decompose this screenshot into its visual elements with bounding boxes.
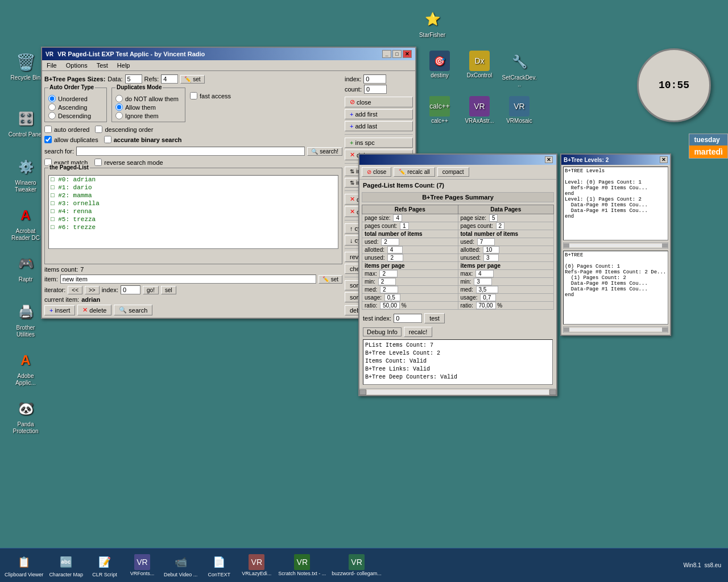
radio-unordered[interactable]: Unordered: [48, 95, 103, 102]
menu-help[interactable]: Help: [115, 61, 133, 69]
menu-options[interactable]: Options: [64, 61, 90, 69]
data-input[interactable]: [125, 74, 142, 84]
desktop-icon-winaero[interactable]: ⚙️ Winaero Tweaker: [6, 153, 46, 196]
rp-index-input[interactable]: [363, 74, 386, 84]
list-item-2[interactable]: □ #2: mamma: [49, 192, 338, 199]
list-item-3[interactable]: □ #3: ornella: [49, 199, 338, 207]
close-button-rp[interactable]: ⊘ close: [345, 97, 413, 107]
set-sizes-button[interactable]: ✏️ set: [180, 75, 204, 84]
reverse-search-checkbox[interactable]: reverse search mode: [94, 159, 163, 166]
radio-no-allow[interactable]: do NOT allow them: [115, 95, 181, 102]
summary-close-button[interactable]: ⊘ close: [362, 167, 391, 177]
data-label: Data:: [107, 76, 122, 82]
summary-scrollbar[interactable]: [359, 388, 556, 395]
item-input[interactable]: [60, 275, 316, 284]
close-button[interactable]: ✕: [403, 50, 412, 58]
list-item-5[interactable]: □ #5: trezza: [49, 215, 338, 223]
taskbar-item-context[interactable]: 📄 ConTEXT: [201, 552, 237, 579]
desktop-icon-vrax[interactable]: VR VRAxAstr...: [460, 94, 499, 127]
taskbar-item-debut[interactable]: 📹 Debut Video ...: [162, 552, 200, 579]
list-item-0[interactable]: □ #0: adrian: [49, 176, 338, 184]
btree-close-btn[interactable]: ✕: [660, 156, 668, 163]
desktop-icon-starfisher[interactable]: ⭐ StarFisher: [412, 6, 452, 41]
next-button[interactable]: >>: [85, 286, 100, 294]
taskbar-item-buzzword[interactable]: VR buzzword- collegam...: [329, 553, 384, 577]
set-item-button[interactable]: ✏️ set: [318, 275, 342, 284]
btree-upper-scrollbar[interactable]: [563, 242, 668, 249]
btree-sum-line-1: [565, 258, 667, 264]
index-count-area: index: count:: [345, 73, 413, 95]
summary-close-btn[interactable]: ✕: [545, 156, 553, 163]
refs-input[interactable]: [161, 74, 178, 84]
desktop-icon-destiny[interactable]: 🎯 destiny: [420, 48, 460, 81]
desktop-icon-control-panel[interactable]: 🎛️ Control Panel: [6, 105, 46, 140]
desktop-icon-dxcontrol[interactable]: Dx DxControl: [460, 48, 499, 81]
desktop-icon-raptr[interactable]: 🎮 Raptr: [6, 250, 46, 285]
taskbar-item-clipboard[interactable]: 📋 Clipboard Viewer: [2, 552, 46, 579]
search-bottom-button[interactable]: 🔍 search: [114, 305, 152, 315]
go-button[interactable]: go!: [143, 286, 159, 294]
desktop-icon-panda[interactable]: 🐼 Panda Protection: [6, 395, 46, 437]
taskbar-item-clr-script[interactable]: 📝 CLR Script: [86, 552, 123, 579]
search-input[interactable]: [76, 147, 305, 156]
menu-test[interactable]: Test: [94, 61, 110, 69]
descending-order-checkbox[interactable]: descending order: [95, 126, 153, 133]
taskbar-item-vrlazy[interactable]: VR VRLazyEdi...: [238, 553, 275, 577]
radio-allow[interactable]: Allow them: [115, 103, 181, 111]
recalc-all-button[interactable]: ✏️ recalc all: [394, 167, 435, 177]
paged-list[interactable]: □ #0: adrian □ #1: dario □ #2: mamma □ #…: [48, 175, 338, 249]
desktop-icon-setcrack[interactable]: 🔧 SetCrackDev...: [499, 48, 539, 90]
btree-lower-scrollbar[interactable]: [563, 326, 668, 333]
taskbar-item-scratch[interactable]: VR Scratch Notes.txt - ...: [276, 553, 328, 577]
add-first-button[interactable]: + add first: [345, 109, 413, 119]
minimize-button[interactable]: _: [382, 50, 391, 58]
maximize-button[interactable]: □: [392, 50, 402, 58]
checkboxes-row2: allow duplicates accurate binary search: [44, 135, 342, 144]
add-last-button[interactable]: + add last: [345, 121, 413, 131]
btree-line-7: Data-Page #1 Items Cou...: [565, 208, 667, 214]
system-tray: Win8.1 ss8.eu: [679, 562, 726, 568]
test-button[interactable]: test: [424, 313, 445, 323]
prev-button[interactable]: <<: [68, 286, 82, 294]
desktop-icon-adobe[interactable]: A Adobe Applic...: [6, 347, 46, 389]
refs-page-size-cell: page size: 4: [362, 214, 458, 222]
search-button[interactable]: 🔍 search!: [307, 147, 342, 156]
desktop-icon-brother[interactable]: 🖨️ Brother Utilities: [6, 298, 46, 340]
btree-sum-line-5: Data-Page #0 Items Cou...: [565, 281, 667, 286]
allow-duplicates-checkbox[interactable]: allow duplicates: [44, 136, 98, 143]
auto-order-group: Auto Order Type Unordered Ascending Desc…: [44, 88, 107, 122]
desktop-icon-recycle-bin[interactable]: 🗑️ Recycle Bin: [6, 48, 46, 84]
radio-ascending[interactable]: Ascending: [48, 103, 103, 111]
data-ratio-cell: ratio: 70,00 %: [458, 302, 554, 310]
desktop-icon-calc[interactable]: calc++ calc++: [420, 94, 460, 127]
menubar: File Options Test Help: [42, 60, 415, 71]
desktop-icon-vrmosaic[interactable]: VR VRMosaic: [499, 94, 539, 127]
debug-info-label: Debug Info: [363, 327, 402, 336]
data-max-val: 4: [475, 270, 494, 277]
rp-count-input[interactable]: [364, 85, 387, 94]
radio-descending[interactable]: Descending: [48, 112, 103, 119]
ins-spc-button[interactable]: + ins spc: [345, 138, 413, 148]
list-item-4[interactable]: □ #4: renna: [49, 207, 338, 215]
iterator-index-input[interactable]: [121, 285, 140, 294]
list-item-6[interactable]: □ #6: trezze: [49, 223, 338, 231]
btree-line-1: [565, 174, 667, 180]
insert-bottom-button[interactable]: + insert: [44, 305, 75, 315]
auto-ordered-checkbox[interactable]: auto ordered: [44, 126, 89, 133]
compact-button[interactable]: compact: [437, 167, 469, 177]
radio-ignore[interactable]: Ignore them: [115, 112, 181, 119]
sel-button[interactable]: sel: [161, 286, 176, 294]
accurate-binary-search-checkbox[interactable]: accurate binary search: [104, 136, 182, 143]
refs-label: Refs:: [144, 76, 159, 82]
desktop-icon-acrobat[interactable]: A Acrobat Reader DC: [6, 202, 46, 244]
delete-bottom-button[interactable]: ✕ delete: [77, 305, 111, 315]
menu-file[interactable]: File: [44, 61, 59, 69]
index-label2: index:: [102, 286, 118, 293]
taskbar-item-vrfonts[interactable]: VR VRFonts...: [124, 553, 160, 577]
fast-access-checkbox[interactable]: fast access: [190, 92, 231, 99]
test-index-input[interactable]: [394, 314, 422, 323]
taskbar-item-charmap[interactable]: 🔤 Character Map: [47, 552, 85, 579]
data-max-cell: max: 4: [458, 270, 554, 278]
recalc-button[interactable]: recalc!: [404, 327, 432, 337]
list-item-1[interactable]: □ #1: dario: [49, 184, 338, 192]
